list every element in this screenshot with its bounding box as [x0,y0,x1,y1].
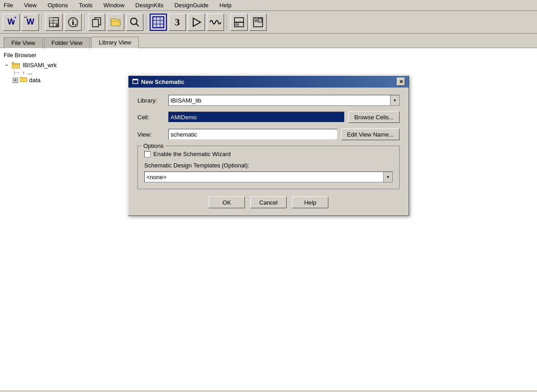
template-label: Schematic Design Templates (Optional): [144,162,393,169]
template-select-row: <none> ▼ [144,172,393,182]
tab-library-view[interactable]: Library View [91,37,139,48]
toolbar-separator-4 [227,15,228,30]
svg-rect-18 [153,17,164,28]
dialog-title: 🗔 New Schematic [132,78,184,85]
library-label: Library: [137,97,165,104]
copy-icon [91,17,102,28]
svg-rect-26 [235,23,239,26]
schematic-icon [152,16,164,28]
search-button[interactable] [126,14,143,31]
simulate-icon [191,17,202,28]
new-schematic-dialog: 🗔 New Schematic ✕ Library: IBISAMI_lib ▼ [128,75,409,216]
table-view-button[interactable] [45,14,63,31]
simulate-button[interactable] [188,14,205,31]
tabs-container: File View Folder View Library View [0,34,537,48]
layout2-icon [253,17,264,28]
tab-file-view[interactable]: File View [4,37,43,48]
tab-folder-view[interactable]: Folder View [44,37,90,48]
library-value: IBISAMI_lib [171,97,390,104]
search-icon [129,17,140,28]
menu-options[interactable]: Options [46,2,70,9]
toolbar: W + W ↩ [0,11,537,34]
svg-rect-10 [73,21,74,25]
open-folder-icon [110,17,121,28]
dialog-title-icon: 🗔 [132,78,138,85]
help-button[interactable]: Help [292,196,328,208]
menu-window[interactable]: Window [102,2,126,9]
cancel-button[interactable]: Cancel [250,196,287,208]
menu-designkits[interactable]: DesignKits [133,2,165,9]
svg-rect-4 [49,18,53,20]
options-legend: Options [142,142,166,149]
dialog-titlebar: 🗔 New Schematic ✕ [128,76,409,88]
template-select[interactable]: <none> ▼ [144,172,393,182]
info-button[interactable] [64,14,82,31]
dialog-close-button[interactable]: ✕ [397,78,405,86]
layout2-button[interactable] [249,14,267,31]
view-label: View: [137,131,165,138]
dialog-overlay: 🗔 New Schematic ✕ Library: IBISAMI_lib ▼ [0,48,537,390]
main-area: File Browser − IBISAMI_wrk ├─ ↑ ... + [0,48,537,390]
copy-button[interactable] [88,14,105,31]
menu-bar: File View Options Tools Window DesignKit… [0,0,537,11]
svg-line-17 [136,24,139,26]
svg-rect-15 [93,20,98,27]
cell-label: Cell: [137,114,165,121]
info-icon [68,17,78,28]
layout1-button[interactable] [230,14,248,31]
cell-row: Cell: Browse Cells... [137,111,400,123]
svg-point-16 [131,18,137,24]
layout1-icon [234,17,244,28]
edit-view-name-button[interactable]: Edit View Name... [341,128,400,140]
library-dropdown-arrow[interactable]: ▼ [390,95,399,105]
schematic-wizard-checkbox[interactable] [144,151,151,157]
checkbox-row: Enable the Schematic Wizard [144,151,393,157]
options-group: Options Enable the Schematic Wizard Sche… [137,146,400,189]
svg-marker-23 [193,18,200,26]
menu-tools[interactable]: Tools [77,2,94,9]
menu-view[interactable]: View [22,2,39,9]
dialog-buttons: OK Cancel Help [137,196,400,208]
view-input[interactable] [168,129,337,140]
toolbar-separator-1 [42,15,43,30]
checkbox-label: Enable the Schematic Wizard [153,151,231,157]
library-select[interactable]: IBISAMI_lib ▼ [168,95,400,106]
dialog-content: Library: IBISAMI_lib ▼ Cell: Browse Cell… [128,88,409,216]
table-icon [49,17,59,28]
view-row: View: Edit View Name... [137,128,400,140]
waveform-button[interactable] [207,14,224,31]
svg-point-9 [73,19,74,20]
menu-help[interactable]: Help [218,2,234,9]
menu-designguide[interactable]: DesignGuide [172,2,210,9]
template-dropdown-arrow[interactable]: ▼ [383,172,392,182]
open-document-button[interactable]: W ↩ [22,14,39,31]
schematic-button[interactable] [150,14,167,31]
new-document-button[interactable]: W + [3,14,20,31]
ok-button[interactable]: OK [209,196,245,208]
symbol-button[interactable]: 3 [169,14,186,31]
template-value: <none> [146,174,383,181]
toolbar-separator-2 [84,15,85,30]
menu-file[interactable]: File [2,2,15,9]
open-folder-button[interactable] [107,14,124,31]
waveform-icon [209,17,222,28]
dialog-title-text: New Schematic [141,78,184,85]
toolbar-separator-3 [146,15,147,30]
browse-cells-button[interactable]: Browse Cells... [348,111,400,123]
cell-input[interactable] [168,112,345,122]
svg-rect-29 [259,19,262,22]
svg-rect-28 [254,19,258,22]
library-row: Library: IBISAMI_lib ▼ [137,95,400,106]
